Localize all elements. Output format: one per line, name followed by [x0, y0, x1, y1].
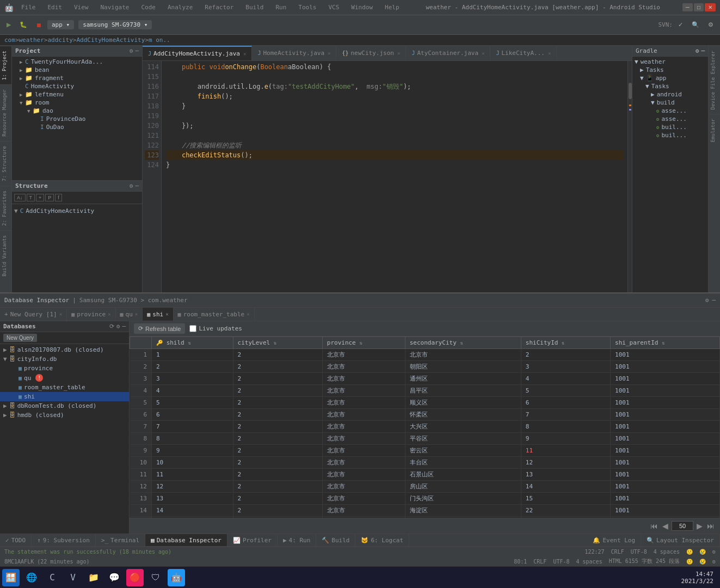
minimize-button[interactable]: ─ [682, 3, 693, 11]
search-everywhere-btn[interactable]: 🔍 [688, 20, 703, 30]
db-tab-room-master[interactable]: ▦ room_master_table ✕ [174, 308, 255, 321]
cell-cityLevel[interactable]: 2 [233, 349, 322, 361]
tab-close-icon[interactable]: ✕ [165, 311, 168, 317]
table-row[interactable]: 442北京市昌平区51001 [130, 385, 720, 397]
db-tab-new-query[interactable]: + New Query [1] ✕ [0, 308, 67, 321]
col-header-shicityid[interactable]: shiCityId ⇅ [521, 337, 610, 349]
cell-province[interactable]: 北京市 [322, 433, 405, 445]
table-row[interactable]: 11112北京市石景山区131001 [130, 469, 720, 481]
menu-window[interactable]: Window [347, 3, 377, 12]
vcs-update-btn[interactable]: ✓ [675, 20, 686, 30]
breadcrumb-activity[interactable]: AddCityHomeActivity [76, 36, 145, 44]
sort-type-btn[interactable]: T [27, 194, 35, 201]
col-header-parentid[interactable]: shi_parentId ⇅ [611, 337, 720, 349]
col-header-shild[interactable]: 🔑 shild ⇅ [152, 337, 233, 349]
tab-close-icon[interactable]: ✕ [482, 51, 484, 56]
cell-cityLevel[interactable]: 2 [233, 433, 322, 445]
taskbar-app3[interactable]: V [64, 569, 82, 586]
run-config-selector[interactable]: app ▾ [47, 20, 74, 29]
cell-shiCityId[interactable]: 12 [521, 457, 610, 469]
cell-shiCityId[interactable]: 14 [521, 481, 610, 493]
menu-tools[interactable]: Tools [294, 3, 321, 12]
sort-alpha-btn[interactable]: A↓ [14, 194, 26, 201]
gradle-item-buil1[interactable]: ⚙ buil... [632, 123, 708, 131]
gradle-settings-icon[interactable]: ⚙ [696, 47, 699, 54]
toolbar-run-btn[interactable]: ▶ [3, 20, 14, 30]
table-row[interactable]: 10102北京市丰台区121001 [130, 457, 720, 469]
vtab-structure[interactable]: 7: Structure [0, 141, 11, 186]
first-page-btn[interactable]: ⏮ [649, 520, 659, 531]
bottom-tab-terminal[interactable]: >_ Terminal [96, 534, 145, 546]
vtab-build-variants[interactable]: Build Variants [0, 230, 11, 281]
maximize-button[interactable]: □ [694, 3, 704, 11]
cell-secondaryCity[interactable]: 门头沟区 [405, 493, 521, 505]
vtab-resource-manager[interactable]: Resource Manager [0, 84, 11, 141]
cell-cityLevel[interactable]: 2 [233, 445, 322, 457]
tab-close-icon[interactable]: ✕ [328, 51, 330, 56]
cell-secondaryCity[interactable]: 北京市 [405, 349, 521, 361]
tree-item-room[interactable]: ▼ 📁 room [12, 99, 142, 107]
cell-shild[interactable]: 12 [152, 481, 233, 493]
bottom-tab-logcat[interactable]: 🐱 6: Logcat [355, 534, 409, 546]
cell-province[interactable]: 北京市 [322, 385, 405, 397]
gradle-item-asse1[interactable]: ⚙ asse... [632, 107, 708, 115]
cell-shi_parentId[interactable]: 1001 [611, 493, 720, 505]
tab-likecitya[interactable]: J LikeCityA... ✕ [490, 46, 557, 60]
filter-btn[interactable]: f [55, 194, 62, 201]
tree-item-dao[interactable]: ▼ 📁 dao [12, 107, 142, 115]
menu-vcs[interactable]: VCS [324, 3, 343, 12]
gradle-item-build[interactable]: ▼ build [632, 99, 708, 107]
cell-shi_parentId[interactable]: 1001 [611, 385, 720, 397]
cell-shiCityId[interactable]: 4 [521, 373, 610, 385]
vtab-device-file-explorer[interactable]: Device File Explorer [709, 46, 720, 114]
breadcrumb-com[interactable]: com [4, 36, 15, 44]
tab-close-icon[interactable]: ✕ [548, 51, 551, 56]
collapse-btn[interactable]: P [45, 194, 54, 201]
bottom-tab-db-inspector[interactable]: ▦ Database Inspector [145, 534, 227, 546]
cell-secondaryCity[interactable]: 石景山区 [405, 469, 521, 481]
breadcrumb-method[interactable]: m on.. [149, 36, 170, 44]
tree-item-oudao[interactable]: I OuDao [12, 123, 142, 131]
cell-province[interactable]: 北京市 [322, 481, 405, 493]
structure-settings-icon[interactable]: ⚙ [130, 182, 133, 189]
cell-shild[interactable]: 8 [152, 433, 233, 445]
toolbar-debug-btn[interactable]: 🐛 [16, 20, 30, 30]
cell-province[interactable]: 北京市 [322, 361, 405, 373]
cell-shild[interactable]: 11 [152, 469, 233, 481]
table-row[interactable]: 12122北京市房山区141001 [130, 481, 720, 493]
cell-secondaryCity[interactable]: 房山区 [405, 481, 521, 493]
bottom-tab-run[interactable]: ▶ 4: Run [278, 534, 316, 546]
cell-shi_parentId[interactable]: 1001 [611, 361, 720, 373]
page-size-input[interactable] [672, 521, 693, 531]
db-sidebar-minimize-icon[interactable]: ─ [122, 323, 126, 330]
cell-shild[interactable]: 2 [152, 361, 233, 373]
structure-minimize-icon[interactable]: ─ [135, 182, 139, 189]
breadcrumb-weather[interactable]: weather [19, 36, 44, 44]
cell-shild[interactable]: 4 [152, 385, 233, 397]
db-item-room-master[interactable]: ▦ room_master_table [0, 383, 129, 392]
cell-shi_parentId[interactable]: 1001 [611, 349, 720, 361]
tab-close-icon[interactable]: ✕ [59, 311, 62, 317]
tree-item-fragment[interactable]: ▶ 📁 fragment [12, 74, 142, 82]
gradle-item-tasks1[interactable]: ▶ Tasks [632, 66, 708, 74]
bottom-tab-build[interactable]: 🔨 Build [316, 534, 355, 546]
taskbar-android-studio[interactable]: 🤖 [168, 569, 185, 586]
cell-cityLevel[interactable]: 2 [233, 469, 322, 481]
cell-shi_parentId[interactable]: 1001 [611, 505, 720, 517]
cell-shiCityId[interactable]: 7 [521, 409, 610, 421]
cell-shiCityId[interactable]: 8 [521, 421, 610, 433]
data-table-wrapper[interactable]: 🔑 shild ⇅ cityLevel ⇅ province [130, 336, 720, 518]
cell-shi_parentId[interactable]: 1001 [611, 373, 720, 385]
db-item-alsn[interactable]: ▶ 🗄 alsn20170807.db (closed) [0, 345, 129, 354]
menu-run[interactable]: Run [271, 3, 291, 12]
table-row[interactable]: 13132北京市门头沟区151001 [130, 493, 720, 505]
cell-shi_parentId[interactable]: 1001 [611, 457, 720, 469]
taskbar-files[interactable]: 📁 [85, 569, 102, 586]
cell-shi_parentId[interactable]: 1001 [611, 445, 720, 457]
table-row[interactable]: 882北京市平谷区91001 [130, 433, 720, 445]
db-item-dbroomtest[interactable]: ▶ 🗄 dbRoomTest.db (closed) [0, 401, 129, 411]
cell-secondaryCity[interactable]: 海淀区 [405, 505, 521, 517]
menu-edit[interactable]: Edit [44, 3, 67, 12]
cell-shild[interactable]: 1 [152, 349, 233, 361]
cell-shi_parentId[interactable]: 1001 [611, 433, 720, 445]
